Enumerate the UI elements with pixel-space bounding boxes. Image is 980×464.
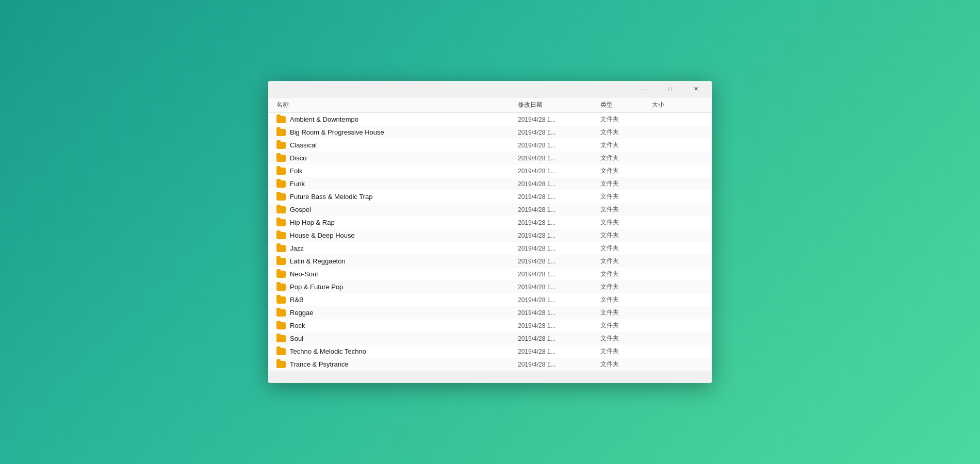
column-name[interactable]: 名称	[276, 101, 518, 109]
folder-date: 2019/4/28 1...	[518, 245, 600, 252]
folder-type: 文件夹	[600, 334, 652, 343]
table-row[interactable]: Trance & Psytrance 2019/4/28 1... 文件夹	[268, 358, 712, 371]
folder-name: Soul	[276, 335, 518, 342]
file-explorer-window: — □ ✕ 名称 修改日期 类型 大小 Ambient & Downtempo …	[268, 81, 712, 383]
folder-name: Future Bass & Melodic Trap	[276, 193, 518, 201]
folder-name-label: Rock	[290, 322, 305, 329]
folder-date: 2019/4/28 1...	[518, 309, 600, 317]
table-row[interactable]: Rock 2019/4/28 1... 文件夹	[268, 319, 712, 332]
minimize-button[interactable]: —	[632, 82, 656, 96]
folder-type: 文件夹	[600, 218, 652, 227]
window-controls: — □ ✕	[632, 82, 708, 96]
folder-icon	[276, 271, 286, 278]
folder-name: Big Room & Progressive House	[276, 128, 518, 136]
folder-type: 文件夹	[600, 244, 652, 253]
folder-date: 2019/4/28 1...	[518, 271, 600, 278]
folder-name: Funk	[276, 180, 518, 188]
folder-type: 文件夹	[600, 154, 652, 162]
folder-date: 2019/4/28 1...	[518, 322, 600, 329]
folder-name-label: Ambient & Downtempo	[290, 115, 358, 123]
column-type[interactable]: 类型	[600, 101, 652, 109]
folder-name-label: Future Bass & Melodic Trap	[290, 193, 372, 201]
folder-name-label: Classical	[290, 141, 317, 149]
folder-icon	[276, 284, 286, 291]
folder-type: 文件夹	[600, 231, 652, 240]
table-row[interactable]: Soul 2019/4/28 1... 文件夹	[268, 332, 712, 345]
close-button[interactable]: ✕	[684, 82, 708, 96]
folder-name: Trance & Psytrance	[276, 360, 518, 368]
folder-icon	[276, 232, 286, 239]
folder-date: 2019/4/28 1...	[518, 348, 600, 355]
table-row[interactable]: Latin & Reggaeton 2019/4/28 1... 文件夹	[268, 255, 712, 268]
folder-date: 2019/4/28 1...	[518, 258, 600, 265]
folder-date: 2019/4/28 1...	[518, 129, 600, 136]
folder-icon	[276, 142, 286, 149]
folder-type: 文件夹	[600, 321, 652, 330]
table-row[interactable]: Techno & Melodic Techno 2019/4/28 1... 文…	[268, 345, 712, 358]
folder-name: Pop & Future Pop	[276, 283, 518, 291]
column-headers: 名称 修改日期 类型 大小	[268, 97, 712, 113]
column-modified[interactable]: 修改日期	[518, 101, 600, 109]
folder-type: 文件夹	[600, 179, 652, 188]
table-row[interactable]: Ambient & Downtempo 2019/4/28 1... 文件夹	[268, 113, 712, 126]
folder-type: 文件夹	[600, 308, 652, 317]
column-size[interactable]: 大小	[652, 101, 693, 109]
folder-icon	[276, 180, 286, 188]
table-row[interactable]: R&B 2019/4/28 1... 文件夹	[268, 293, 712, 306]
folder-icon	[276, 245, 286, 252]
folder-name: Techno & Melodic Techno	[276, 347, 518, 355]
folder-name: Disco	[276, 154, 518, 162]
folder-name-label: Latin & Reggaeton	[290, 257, 346, 265]
table-row[interactable]: Future Bass & Melodic Trap 2019/4/28 1..…	[268, 190, 712, 203]
folder-type: 文件夹	[600, 270, 652, 278]
folder-date: 2019/4/28 1...	[518, 284, 600, 291]
folder-icon	[276, 296, 286, 304]
folder-name: House & Deep House	[276, 231, 518, 239]
table-row[interactable]: Hip Hop & Rap 2019/4/28 1... 文件夹	[268, 216, 712, 229]
table-row[interactable]: Classical 2019/4/28 1... 文件夹	[268, 139, 712, 152]
table-row[interactable]: Disco 2019/4/28 1... 文件夹	[268, 152, 712, 164]
table-row[interactable]: Neo-Soul 2019/4/28 1... 文件夹	[268, 268, 712, 280]
folder-name-label: R&B	[290, 296, 304, 304]
folder-date: 2019/4/28 1...	[518, 116, 600, 123]
table-row[interactable]: Folk 2019/4/28 1... 文件夹	[268, 164, 712, 177]
table-row[interactable]: Reggae 2019/4/28 1... 文件夹	[268, 306, 712, 319]
folder-type: 文件夹	[600, 192, 652, 201]
table-row[interactable]: Pop & Future Pop 2019/4/28 1... 文件夹	[268, 280, 712, 293]
folder-type: 文件夹	[600, 205, 652, 214]
folder-name-label: Funk	[290, 180, 305, 188]
folder-type: 文件夹	[600, 347, 652, 356]
folder-name: Neo-Soul	[276, 270, 518, 278]
folder-icon	[276, 206, 286, 213]
folder-name: R&B	[276, 296, 518, 304]
folder-name-label: Big Room & Progressive House	[290, 128, 384, 136]
folder-name: Folk	[276, 167, 518, 175]
table-row[interactable]: Jazz 2019/4/28 1... 文件夹	[268, 242, 712, 255]
folder-name-label: Neo-Soul	[290, 270, 318, 278]
folder-name-label: Jazz	[290, 244, 304, 252]
folder-date: 2019/4/28 1...	[518, 180, 600, 188]
table-row[interactable]: Big Room & Progressive House 2019/4/28 1…	[268, 126, 712, 139]
folder-type: 文件夹	[600, 141, 652, 150]
folder-icon	[276, 348, 286, 355]
folder-name: Jazz	[276, 244, 518, 252]
folder-icon	[276, 129, 286, 136]
folder-name: Classical	[276, 141, 518, 149]
folder-name-label: Soul	[290, 335, 303, 342]
folder-date: 2019/4/28 1...	[518, 142, 600, 149]
table-row[interactable]: House & Deep House 2019/4/28 1... 文件夹	[268, 229, 712, 242]
folder-name-label: Techno & Melodic Techno	[290, 347, 366, 355]
folder-type: 文件夹	[600, 167, 652, 175]
maximize-button[interactable]: □	[658, 82, 682, 96]
folder-icon	[276, 219, 286, 226]
table-row[interactable]: Gospel 2019/4/28 1... 文件夹	[268, 203, 712, 216]
folder-type: 文件夹	[600, 295, 652, 304]
folder-icon	[276, 361, 286, 368]
folder-date: 2019/4/28 1...	[518, 155, 600, 162]
table-row[interactable]: Funk 2019/4/28 1... 文件夹	[268, 177, 712, 190]
folder-type: 文件夹	[600, 257, 652, 266]
folder-type: 文件夹	[600, 128, 652, 137]
folder-name-label: Gospel	[290, 206, 311, 213]
folder-icon	[276, 309, 286, 317]
folder-date: 2019/4/28 1...	[518, 168, 600, 175]
